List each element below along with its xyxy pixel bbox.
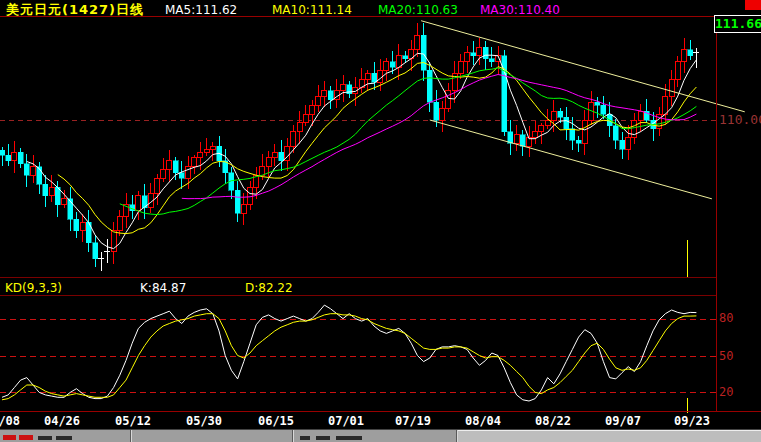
taskbar-text-fragment bbox=[56, 436, 72, 440]
taskbar-red-glyph bbox=[19, 435, 33, 440]
taskbar-text-fragment bbox=[316, 436, 330, 440]
kd-strip-bottom-line bbox=[0, 295, 716, 296]
taskbar-divider bbox=[292, 430, 294, 442]
date-tick-label: 07/19 bbox=[395, 414, 431, 428]
date-tick-label: 04/26 bbox=[44, 414, 80, 428]
date-tick-label: 09/23 bbox=[674, 414, 710, 428]
kd-strip-top-line bbox=[0, 277, 716, 278]
kd-axis-label-20: 20 bbox=[719, 385, 733, 399]
kd-panel-bottom-line bbox=[0, 411, 761, 412]
kd-axis-label-80: 80 bbox=[719, 311, 733, 325]
date-tick-label: 06/15 bbox=[258, 414, 294, 428]
header-separator-line bbox=[0, 16, 714, 17]
ma5-legend-value: MA5:111.62 bbox=[165, 3, 237, 17]
date-tick-label: 07/01 bbox=[328, 414, 364, 428]
taskbar-text-fragment bbox=[38, 436, 52, 440]
taskbar-text-fragment bbox=[336, 436, 362, 440]
candlestick-chart-canvas[interactable] bbox=[0, 0, 761, 442]
taskbar-red-glyph bbox=[3, 435, 16, 440]
d-value-label: D:82.22 bbox=[245, 281, 293, 295]
taskbar-strip[interactable] bbox=[0, 429, 761, 442]
k-value-label: K:84.87 bbox=[140, 281, 186, 295]
kd-axis-label-50: 50 bbox=[719, 349, 733, 363]
date-tick-label: 05/12 bbox=[115, 414, 151, 428]
price-level-label-110: 110.00 bbox=[719, 112, 761, 127]
date-tick-label: 05/30 bbox=[186, 414, 222, 428]
price-axis-separator-line bbox=[716, 16, 717, 411]
chart-application-window: 美元日元(1427)日线 MA5:111.62 MA10:111.14 MA20… bbox=[0, 0, 761, 442]
date-tick-label: 08/04 bbox=[465, 414, 501, 428]
window-corner-indicator[interactable] bbox=[745, 0, 761, 10]
kd-indicator-label[interactable]: KD(9,3,3) bbox=[5, 281, 62, 295]
ma20-legend-value: MA20:110.63 bbox=[378, 3, 458, 17]
taskbar-segment[interactable] bbox=[458, 430, 761, 442]
period-high-price-box: 111.66 bbox=[714, 15, 761, 33]
date-tick-label: 09/07 bbox=[605, 414, 641, 428]
taskbar-divider bbox=[130, 430, 132, 442]
date-tick-label: 08/22 bbox=[535, 414, 571, 428]
ma10-legend-value: MA10:111.14 bbox=[272, 3, 352, 17]
date-tick-label: 04/08 bbox=[0, 414, 20, 428]
ma30-legend-value: MA30:110.40 bbox=[480, 3, 560, 17]
taskbar-text-fragment bbox=[300, 436, 310, 440]
